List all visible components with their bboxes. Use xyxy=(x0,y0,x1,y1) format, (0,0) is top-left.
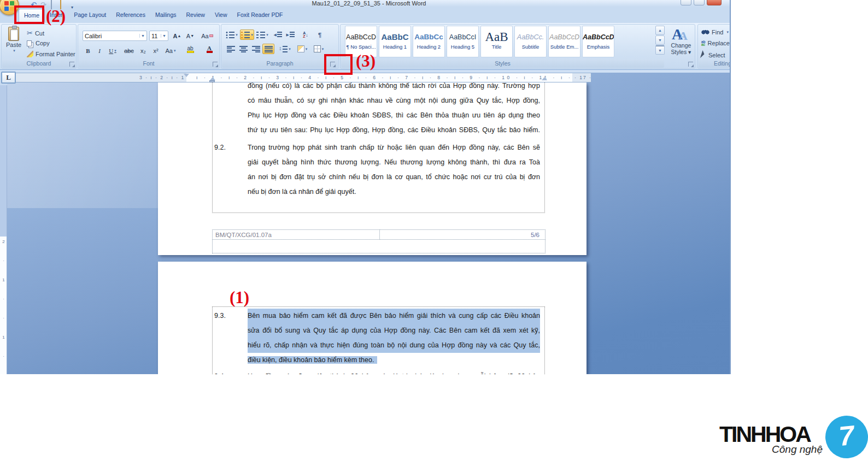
bold-button[interactable]: B xyxy=(83,45,93,56)
style-subtle-emphasis[interactable]: AaBbCcD Subtle Em... xyxy=(548,26,580,57)
paragraph-9-1-continuation[interactable]: đồng (nếu có) là các bộ phận cấu thành k… xyxy=(248,82,540,138)
document-page-6[interactable]: 9.3. Bên mua bảo hiểm cam kết đã được Bê… xyxy=(158,262,587,374)
left-indent-marker[interactable] xyxy=(209,80,215,82)
title-bar: ↶ ↷ ▾ Mau12_01_22_09_51_35 - Microsoft W… xyxy=(0,0,730,7)
paragraph-9-3-selected[interactable]: 9.3. Bên mua bảo hiểm cam kết đã được Bê… xyxy=(213,309,544,368)
tinhhoa-logo-badge-7: 7 xyxy=(823,413,868,460)
tab-mailings[interactable]: Mailings xyxy=(150,9,181,21)
multilevel-list-button[interactable]: ▾ xyxy=(255,29,269,40)
align-left-button[interactable] xyxy=(225,44,237,54)
vertical-ruler-numbers: 2·1··1·2·3 xyxy=(1,239,6,374)
numbering-button[interactable]: ▾ xyxy=(240,29,254,40)
style-heading-2[interactable]: AaBbCc Heading 2 xyxy=(413,26,445,57)
tab-page-layout[interactable]: Page Layout xyxy=(69,9,111,21)
tab-stop-selector[interactable]: L xyxy=(1,72,16,84)
paragraph-9-4[interactable]: 9.4. Hợp đồng này được lập thành 06 bản,… xyxy=(213,369,544,374)
cut-button[interactable]: ✂ Cut xyxy=(27,29,44,37)
change-case-button[interactable]: Aa▾ xyxy=(163,45,178,56)
clipboard-dialog-launcher[interactable] xyxy=(69,62,74,67)
document-page-5[interactable]: đồng (nếu có) là các bộ phận cấu thành k… xyxy=(158,82,587,255)
increase-indent-button[interactable] xyxy=(284,29,296,40)
style-heading-1[interactable]: AaBbC Heading 1 xyxy=(379,26,411,57)
tab-references[interactable]: References xyxy=(111,9,150,21)
copy-button[interactable]: Copy xyxy=(27,40,50,46)
annotation-box-home-tab xyxy=(14,5,44,24)
styles-gallery-more[interactable]: ▼ xyxy=(655,45,665,55)
strikethrough-button[interactable]: abc xyxy=(122,45,136,56)
align-right-button[interactable] xyxy=(250,44,262,54)
page6-text-block[interactable]: 9.3. Bên mua bảo hiểm cam kết đã được Bê… xyxy=(212,306,545,374)
close-button[interactable] xyxy=(707,0,722,5)
clear-formatting-button[interactable]: Aa xyxy=(200,31,215,41)
show-hide-pilcrow-button[interactable]: ¶ xyxy=(314,29,325,40)
font-size-combo[interactable]: 11▼ xyxy=(149,31,168,41)
editing-group-label: Editing xyxy=(699,59,731,68)
style-subtitle[interactable]: AaBbCc. Subtitle xyxy=(514,26,547,57)
tab-view[interactable]: View xyxy=(210,9,232,21)
cut-label: Cut xyxy=(35,30,44,37)
style-title[interactable]: AaB Title xyxy=(480,26,513,57)
find-button[interactable]: Find▾ xyxy=(701,29,729,36)
font-dialog-launcher[interactable] xyxy=(213,62,218,67)
styles-dialog-launcher[interactable] xyxy=(688,62,693,67)
numbering-icon xyxy=(241,32,250,38)
subscript-button[interactable]: x₂ xyxy=(137,45,149,56)
justify-button[interactable] xyxy=(262,44,274,54)
font-family-value: Calibri xyxy=(85,33,102,39)
highlight-color-bar xyxy=(187,51,194,53)
style-heading-5[interactable]: AaBbCcI Heading 5 xyxy=(447,26,479,57)
format-painter-button[interactable]: Format Painter xyxy=(27,51,75,57)
style-emphasis[interactable]: AaBbCcD Emphasis xyxy=(582,26,614,57)
underline-button[interactable]: U▾ xyxy=(105,45,120,56)
find-icon xyxy=(701,29,709,35)
styles-scroll-down[interactable]: ▼ xyxy=(655,36,665,45)
change-styles-icon: AA xyxy=(672,27,690,42)
right-indent-marker[interactable] xyxy=(542,77,547,80)
eraser-icon xyxy=(209,34,213,37)
line-spacing-icon xyxy=(279,46,288,52)
decrease-indent-button[interactable] xyxy=(272,29,284,40)
horizontal-ruler[interactable]: 3 · ı · 2 · ı · 1 · ı ı · 1 · ı · 2 · ı … xyxy=(8,73,591,82)
highlight-color-button[interactable]: ab xyxy=(182,44,198,55)
page5-text-block[interactable]: đồng (nếu có) là các bộ phận cấu thành k… xyxy=(212,82,545,213)
shrink-font-button[interactable]: A▼ xyxy=(184,31,196,41)
maximize-button[interactable] xyxy=(694,0,705,5)
shading-button[interactable]: ▾ xyxy=(295,44,310,54)
select-button[interactable]: Select xyxy=(701,51,725,59)
justify-icon xyxy=(265,46,273,52)
font-family-combo[interactable]: Calibri▼ xyxy=(83,31,147,41)
format-painter-icon xyxy=(27,51,33,57)
tab-foxit-reader-pdf[interactable]: Foxit Reader PDF xyxy=(232,9,288,21)
tab-review[interactable]: Review xyxy=(181,9,209,21)
font-size-value: 11 xyxy=(151,33,157,39)
superscript-button[interactable]: x² xyxy=(150,45,162,56)
clipboard-group-label: Clipboard xyxy=(2,59,75,68)
line-spacing-button[interactable]: ▾ xyxy=(277,44,292,54)
ruler-right-numbers: · 17 · xyxy=(574,75,599,80)
align-center-button[interactable] xyxy=(237,44,249,54)
select-label: Select xyxy=(708,52,725,58)
italic-button[interactable]: I xyxy=(95,45,104,56)
bullets-button[interactable]: ▾ xyxy=(225,29,239,40)
paragraph-9-2[interactable]: 9.2. Trong trường hợp phát sinh tranh ch… xyxy=(213,140,544,199)
vertical-ruler[interactable]: 2·1··1·2·3 xyxy=(0,85,7,374)
footer-left-cell[interactable]: BM/QT/XCG/01.07a xyxy=(212,229,380,240)
styles-scroll-up[interactable]: ▲ xyxy=(655,26,665,35)
footer-empty-row xyxy=(212,239,546,253)
replace-button[interactable]: abac Replace xyxy=(701,40,730,46)
grow-font-button[interactable]: A▲ xyxy=(171,31,183,41)
paste-button[interactable]: Paste ▾ xyxy=(4,27,24,53)
footer-right-cell[interactable]: 5/6 xyxy=(379,229,546,240)
format-painter-label: Format Painter xyxy=(36,51,75,57)
minimize-button[interactable] xyxy=(681,0,691,5)
window-title: Mau12_01_22_09_51_35 - Microsoft Word xyxy=(273,0,465,7)
change-styles-button[interactable]: AA Change Styles ▾ xyxy=(668,27,694,55)
borders-button[interactable]: ▾ xyxy=(311,44,326,54)
font-color-button[interactable]: A xyxy=(202,44,217,55)
multilevel-list-icon xyxy=(256,32,265,38)
shading-icon xyxy=(297,45,304,52)
sort-button[interactable]: AZ ↓ xyxy=(299,29,312,40)
first-line-indent-marker[interactable] xyxy=(184,74,189,77)
increase-indent-icon xyxy=(286,32,295,38)
find-label: Find xyxy=(712,29,723,36)
